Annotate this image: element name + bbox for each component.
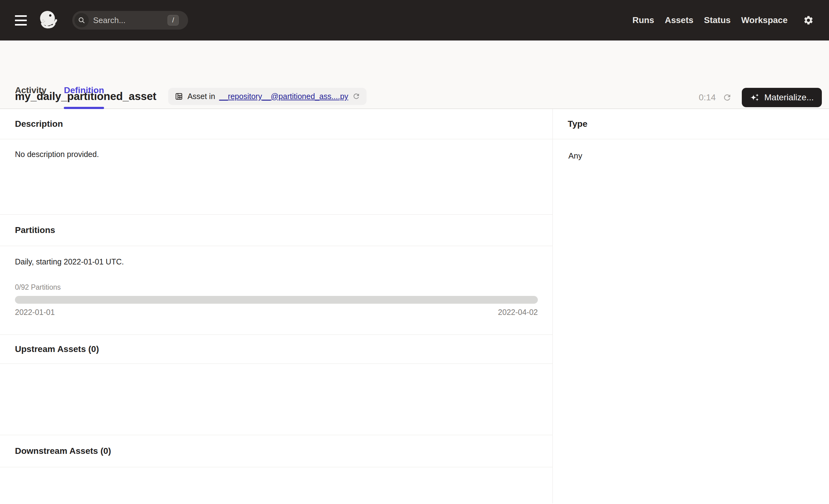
gear-icon[interactable] xyxy=(803,15,814,26)
upstream-assets-heading: Upstream Assets (0) xyxy=(0,335,552,364)
type-value: Any xyxy=(553,139,829,161)
tab-definition[interactable]: Definition xyxy=(64,85,104,108)
partition-range-end: 2022-04-02 xyxy=(498,308,538,317)
downstream-assets-heading: Downstream Assets (0) xyxy=(0,435,552,467)
asset-repository-link[interactable]: __repository__@partitioned_ass....py xyxy=(219,92,349,101)
tab-bar: Activity Definition xyxy=(15,85,104,108)
menu-icon[interactable] xyxy=(15,15,27,26)
partition-progress-label: 0/92 Partitions xyxy=(15,283,538,292)
asset-location-badge: Asset in __repository__@partitioned_ass.… xyxy=(168,88,366,105)
description-section-heading: Description xyxy=(0,109,552,139)
partitions-section-heading: Partitions xyxy=(0,215,552,246)
reload-icon[interactable] xyxy=(352,92,360,100)
partition-progress-bar xyxy=(15,296,538,304)
asset-badge-prefix: Asset in xyxy=(187,92,215,101)
nav-links: Runs Assets Status Workspace xyxy=(633,15,814,26)
refresh-icon[interactable] xyxy=(722,93,732,102)
refresh-countdown: 0:14 xyxy=(699,93,716,103)
nav-item-runs[interactable]: Runs xyxy=(633,15,654,25)
type-section-heading: Type xyxy=(553,109,829,139)
downstream-assets-body xyxy=(0,467,552,503)
right-column: Type Any xyxy=(552,109,829,503)
search-input[interactable] xyxy=(89,15,168,25)
page-header: my_daily_partitioned_asset Asset in __re… xyxy=(0,40,829,109)
search-box[interactable]: / xyxy=(72,11,188,30)
partition-range-start: 2022-01-01 xyxy=(15,308,55,317)
top-nav: / Runs Assets Status Workspace xyxy=(0,0,829,40)
left-column: Description No description provided. Par… xyxy=(0,109,552,503)
search-icon xyxy=(74,13,89,27)
asset-table-icon xyxy=(174,92,183,101)
sparkles-icon xyxy=(750,93,760,103)
description-body: No description provided. xyxy=(0,139,552,215)
partitions-body: Daily, starting 2022-01-01 UTC. 0/92 Par… xyxy=(0,246,552,335)
materialize-button-label: Materialize... xyxy=(764,93,814,103)
nav-item-status[interactable]: Status xyxy=(704,15,731,25)
nav-item-assets[interactable]: Assets xyxy=(665,15,693,25)
upstream-assets-body xyxy=(0,364,552,435)
search-shortcut-key: / xyxy=(168,15,179,26)
tab-activity[interactable]: Activity xyxy=(15,85,46,108)
materialize-button[interactable]: Materialize... xyxy=(742,88,822,107)
partition-schedule-summary: Daily, starting 2022-01-01 UTC. xyxy=(15,257,538,266)
nav-item-workspace[interactable]: Workspace xyxy=(741,15,788,25)
dagster-logo-icon[interactable] xyxy=(36,8,60,32)
definition-content: Description No description provided. Par… xyxy=(0,109,829,503)
